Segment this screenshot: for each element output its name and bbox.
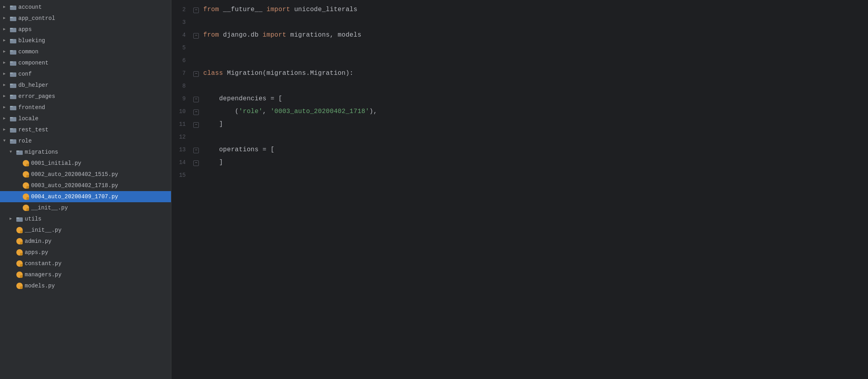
- sidebar-item-role[interactable]: ▼ role: [0, 135, 171, 147]
- sidebar-item-app_control[interactable]: ▶ app_control: [0, 13, 171, 24]
- code-editor: 2−from __future__ import unicode_literal…: [171, 0, 868, 379]
- sidebar-item-label-role: role: [18, 137, 32, 145]
- code-line-4: 4−from django.db import migrations, mode…: [171, 29, 868, 41]
- sidebar-item-label-0004_auto_20200409_1707.py: 0004_auto_20200409_1707.py: [31, 192, 118, 201]
- code-line-6: 6: [171, 54, 868, 67]
- folder-arrow-blueking: ▶: [3, 36, 10, 45]
- sidebar-item-label-rest_test: rest_test: [18, 125, 49, 134]
- sidebar-item-label-common: common: [18, 47, 38, 56]
- folder-icon-locale: [10, 115, 17, 122]
- sidebar-item-conf[interactable]: ▶ conf: [0, 68, 171, 80]
- fold-icon-2[interactable]: −: [193, 8, 199, 13]
- folder-arrow-locale: ▶: [3, 114, 10, 123]
- sidebar-item-label-0001_initial.py: 0001_initial.py: [31, 159, 81, 168]
- line-number-13: 13: [171, 143, 192, 156]
- fold-gutter-14[interactable]: −: [192, 160, 200, 166]
- fold-icon-10[interactable]: −: [193, 109, 199, 115]
- code-content-14: ]: [200, 156, 868, 169]
- fold-gutter-13[interactable]: −: [192, 148, 200, 153]
- line-number-2: 2: [171, 3, 192, 16]
- sidebar-item-0004_auto_20200409_1707.py[interactable]: 0004_auto_20200409_1707.py: [0, 191, 171, 202]
- code-content-8: [200, 80, 868, 92]
- sidebar-item-0001_initial.py[interactable]: 0001_initial.py: [0, 158, 171, 169]
- sidebar-item-account[interactable]: ▶ account: [0, 2, 171, 13]
- file-icon-models.py: [16, 282, 23, 289]
- fold-gutter-4[interactable]: −: [192, 33, 200, 39]
- sidebar-item-db_helper[interactable]: ▶ db_helper: [0, 80, 171, 91]
- file-icon-0001_initial.py: [22, 160, 29, 167]
- code-line-15: 15: [171, 169, 868, 182]
- sidebar-item-apps.py[interactable]: apps.py: [0, 247, 171, 258]
- line-number-5: 5: [171, 41, 192, 54]
- folder-arrow-account: ▶: [3, 3, 10, 12]
- file-icon-0004_auto_20200409_1707.py: [22, 193, 29, 200]
- sidebar-item-__init__root.py[interactable]: __init__.py: [0, 225, 171, 236]
- fold-gutter-2[interactable]: −: [192, 8, 200, 13]
- folder-arrow-apps: ▶: [3, 25, 10, 34]
- code-line-8: 8: [171, 80, 868, 92]
- sidebar-item-label-constant.py: constant.py: [25, 259, 61, 268]
- sidebar-item-blueking[interactable]: ▶ blueking: [0, 35, 171, 46]
- svg-rect-17: [10, 95, 13, 96]
- code-content-10: ('role', '0003_auto_20200402_1718'),: [200, 105, 868, 118]
- code-content-9: dependencies = [: [200, 92, 868, 105]
- sidebar-item-frontend[interactable]: ▶ frontend: [0, 102, 171, 113]
- folder-arrow-frontend: ▶: [3, 103, 10, 112]
- file-icon-__init__root.py: [16, 227, 23, 234]
- line-number-14: 14: [171, 156, 192, 169]
- line-number-4: 4: [171, 29, 192, 41]
- fold-gutter-7[interactable]: −: [192, 71, 200, 77]
- sidebar-item-apps[interactable]: ▶ apps: [0, 24, 171, 35]
- sidebar-item-models.py[interactable]: models.py: [0, 280, 171, 291]
- fold-gutter-9[interactable]: −: [192, 97, 200, 102]
- svg-rect-13: [10, 72, 13, 74]
- fold-icon-14[interactable]: −: [193, 160, 199, 166]
- sidebar-item-utils[interactable]: ▶ utils: [0, 213, 171, 225]
- fold-icon-11[interactable]: −: [193, 122, 199, 128]
- sidebar-item-error_pages[interactable]: ▶ error_pages: [0, 91, 171, 102]
- sidebar-item-rest_test[interactable]: ▶ rest_test: [0, 124, 171, 135]
- sidebar-item-label-app_control: app_control: [18, 14, 55, 23]
- line-number-12: 12: [171, 131, 192, 143]
- code-line-14: 14− ]: [171, 156, 868, 169]
- sidebar-item-locale[interactable]: ▶ locale: [0, 113, 171, 124]
- fold-gutter-11[interactable]: −: [192, 122, 200, 128]
- fold-icon-9[interactable]: −: [193, 97, 199, 102]
- folder-icon-rest_test: [10, 126, 17, 133]
- file-icon-apps.py: [16, 249, 23, 256]
- sidebar-item-component[interactable]: ▶ component: [0, 57, 171, 68]
- sidebar-item-managers.py[interactable]: managers.py: [0, 269, 171, 280]
- fold-gutter-10[interactable]: −: [192, 109, 200, 115]
- code-line-3: 3: [171, 16, 868, 29]
- folder-arrow-migrations: ▼: [10, 148, 16, 156]
- sidebar-item-label-models.py: models.py: [25, 281, 55, 290]
- code-content-7: class Migration(migrations.Migration):: [200, 67, 868, 80]
- code-content-2: from __future__ import unicode_literals: [200, 3, 868, 16]
- sidebar-item-label-conf: conf: [18, 70, 32, 78]
- fold-icon-13[interactable]: −: [193, 148, 199, 153]
- folder-icon-migrations: [16, 148, 23, 156]
- folder-arrow-db_helper: ▶: [3, 81, 10, 90]
- file-tree: ▶ account▶ app_control▶ apps▶ blueking▶ …: [0, 0, 171, 379]
- folder-arrow-error_pages: ▶: [3, 92, 10, 101]
- folder-arrow-conf: ▶: [3, 70, 10, 78]
- sidebar-item-admin.py[interactable]: admin.py: [0, 236, 171, 247]
- sidebar-item-label-frontend: frontend: [18, 103, 45, 112]
- sidebar-item-__init__.py[interactable]: __init__.py: [0, 202, 171, 213]
- sidebar-item-0003_auto_20200402_1718.py[interactable]: 0003_auto_20200402_1718.py: [0, 180, 171, 191]
- sidebar-item-constant.py[interactable]: constant.py: [0, 258, 171, 269]
- sidebar-item-label-error_pages: error_pages: [18, 92, 55, 101]
- code-content-6: [200, 54, 868, 67]
- file-icon-0002_auto_20200402_1515.py: [22, 171, 29, 178]
- sidebar-item-0002_auto_20200402_1515.py[interactable]: 0002_auto_20200402_1515.py: [0, 169, 171, 180]
- sidebar-item-common[interactable]: ▶ common: [0, 46, 171, 57]
- sidebar-item-label-0003_auto_20200402_1718.py: 0003_auto_20200402_1718.py: [31, 181, 118, 190]
- code-content-4: from django.db import migrations, models: [200, 29, 868, 41]
- file-icon-__init__.py: [22, 204, 29, 211]
- code-area: 2−from __future__ import unicode_literal…: [171, 0, 868, 379]
- folder-arrow-rest_test: ▶: [3, 125, 10, 134]
- sidebar-item-migrations[interactable]: ▼ migrations: [0, 147, 171, 158]
- line-number-15: 15: [171, 169, 192, 182]
- fold-icon-7[interactable]: −: [193, 71, 199, 77]
- fold-icon-4[interactable]: −: [193, 33, 199, 39]
